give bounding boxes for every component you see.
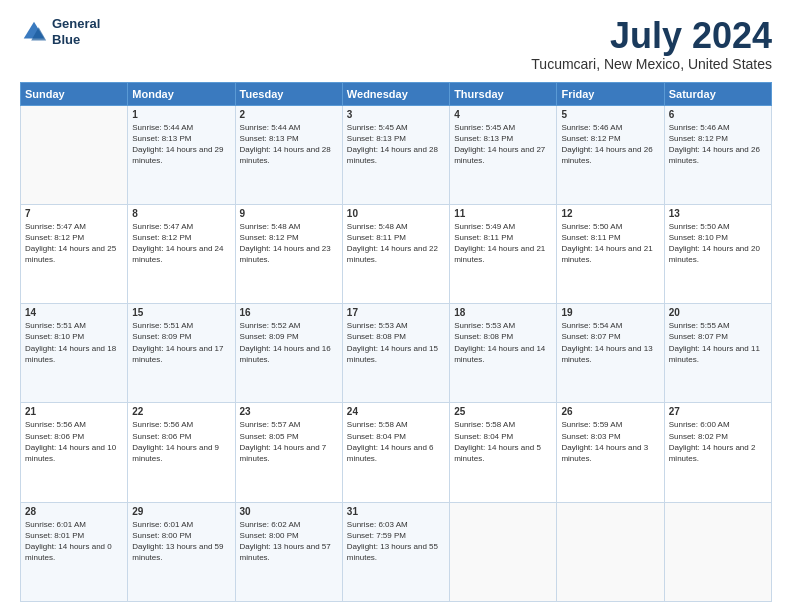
- main-title: July 2024: [531, 16, 772, 56]
- day-number: 11: [454, 208, 552, 219]
- sunset: Sunset: 8:02 PM: [669, 432, 728, 441]
- sunrise: Sunrise: 5:44 AM: [132, 123, 193, 132]
- sunset: Sunset: 8:08 PM: [347, 332, 406, 341]
- calendar-cell: 11 Sunrise: 5:49 AM Sunset: 8:11 PM Dayl…: [450, 204, 557, 303]
- day-number: 5: [561, 109, 659, 120]
- sunrise: Sunrise: 6:01 AM: [132, 520, 193, 529]
- subtitle: Tucumcari, New Mexico, United States: [531, 56, 772, 72]
- day-number: 26: [561, 406, 659, 417]
- calendar-body: 1 Sunrise: 5:44 AM Sunset: 8:13 PM Dayli…: [21, 105, 772, 601]
- sunset: Sunset: 7:59 PM: [347, 531, 406, 540]
- logo-icon: [20, 18, 48, 46]
- day-number: 17: [347, 307, 445, 318]
- day-number: 12: [561, 208, 659, 219]
- sunrise: Sunrise: 5:52 AM: [240, 321, 301, 330]
- sunset: Sunset: 8:12 PM: [561, 134, 620, 143]
- day-info: Sunrise: 5:57 AM Sunset: 8:05 PM Dayligh…: [240, 419, 338, 464]
- sunset: Sunset: 8:08 PM: [454, 332, 513, 341]
- week-row-1: 7 Sunrise: 5:47 AM Sunset: 8:12 PM Dayli…: [21, 204, 772, 303]
- col-sunday: Sunday: [21, 82, 128, 105]
- day-info: Sunrise: 5:53 AM Sunset: 8:08 PM Dayligh…: [454, 320, 552, 365]
- calendar-cell: 24 Sunrise: 5:58 AM Sunset: 8:04 PM Dayl…: [342, 403, 449, 502]
- day-number: 27: [669, 406, 767, 417]
- day-info: Sunrise: 5:58 AM Sunset: 8:04 PM Dayligh…: [347, 419, 445, 464]
- day-info: Sunrise: 5:49 AM Sunset: 8:11 PM Dayligh…: [454, 221, 552, 266]
- daylight: Daylight: 14 hours and 17 minutes.: [132, 344, 223, 364]
- day-number: 21: [25, 406, 123, 417]
- col-friday: Friday: [557, 82, 664, 105]
- logo-line1: General: [52, 16, 100, 32]
- calendar-cell: [21, 105, 128, 204]
- sunrise: Sunrise: 5:55 AM: [669, 321, 730, 330]
- sunrise: Sunrise: 6:01 AM: [25, 520, 86, 529]
- calendar-cell: 5 Sunrise: 5:46 AM Sunset: 8:12 PM Dayli…: [557, 105, 664, 204]
- day-info: Sunrise: 5:46 AM Sunset: 8:12 PM Dayligh…: [669, 122, 767, 167]
- calendar-cell: 15 Sunrise: 5:51 AM Sunset: 8:09 PM Dayl…: [128, 304, 235, 403]
- day-info: Sunrise: 5:53 AM Sunset: 8:08 PM Dayligh…: [347, 320, 445, 365]
- daylight: Daylight: 14 hours and 20 minutes.: [669, 244, 760, 264]
- calendar-cell: 31 Sunrise: 6:03 AM Sunset: 7:59 PM Dayl…: [342, 502, 449, 601]
- sunset: Sunset: 8:03 PM: [561, 432, 620, 441]
- daylight: Daylight: 13 hours and 57 minutes.: [240, 542, 331, 562]
- day-info: Sunrise: 5:55 AM Sunset: 8:07 PM Dayligh…: [669, 320, 767, 365]
- day-number: 4: [454, 109, 552, 120]
- sunset: Sunset: 8:07 PM: [669, 332, 728, 341]
- daylight: Daylight: 14 hours and 28 minutes.: [240, 145, 331, 165]
- calendar-cell: 19 Sunrise: 5:54 AM Sunset: 8:07 PM Dayl…: [557, 304, 664, 403]
- sunrise: Sunrise: 5:44 AM: [240, 123, 301, 132]
- sunrise: Sunrise: 5:45 AM: [347, 123, 408, 132]
- calendar-cell: 16 Sunrise: 5:52 AM Sunset: 8:09 PM Dayl…: [235, 304, 342, 403]
- daylight: Daylight: 14 hours and 23 minutes.: [240, 244, 331, 264]
- day-number: 31: [347, 506, 445, 517]
- daylight: Daylight: 14 hours and 22 minutes.: [347, 244, 438, 264]
- sunset: Sunset: 8:11 PM: [347, 233, 406, 242]
- day-number: 2: [240, 109, 338, 120]
- day-number: 28: [25, 506, 123, 517]
- day-info: Sunrise: 5:56 AM Sunset: 8:06 PM Dayligh…: [25, 419, 123, 464]
- daylight: Daylight: 14 hours and 27 minutes.: [454, 145, 545, 165]
- sunset: Sunset: 8:12 PM: [240, 233, 299, 242]
- day-info: Sunrise: 6:01 AM Sunset: 8:01 PM Dayligh…: [25, 519, 123, 564]
- sunrise: Sunrise: 5:49 AM: [454, 222, 515, 231]
- sunset: Sunset: 8:05 PM: [240, 432, 299, 441]
- day-number: 25: [454, 406, 552, 417]
- daylight: Daylight: 14 hours and 18 minutes.: [25, 344, 116, 364]
- day-info: Sunrise: 5:48 AM Sunset: 8:12 PM Dayligh…: [240, 221, 338, 266]
- sunset: Sunset: 8:07 PM: [561, 332, 620, 341]
- daylight: Daylight: 13 hours and 59 minutes.: [132, 542, 223, 562]
- calendar-cell: 10 Sunrise: 5:48 AM Sunset: 8:11 PM Dayl…: [342, 204, 449, 303]
- daylight: Daylight: 14 hours and 0 minutes.: [25, 542, 112, 562]
- calendar-cell: 22 Sunrise: 5:56 AM Sunset: 8:06 PM Dayl…: [128, 403, 235, 502]
- day-number: 23: [240, 406, 338, 417]
- sunrise: Sunrise: 5:47 AM: [132, 222, 193, 231]
- calendar-cell: 14 Sunrise: 5:51 AM Sunset: 8:10 PM Dayl…: [21, 304, 128, 403]
- sunrise: Sunrise: 5:58 AM: [454, 420, 515, 429]
- day-info: Sunrise: 6:00 AM Sunset: 8:02 PM Dayligh…: [669, 419, 767, 464]
- calendar-cell: 4 Sunrise: 5:45 AM Sunset: 8:13 PM Dayli…: [450, 105, 557, 204]
- sunrise: Sunrise: 5:46 AM: [669, 123, 730, 132]
- sunset: Sunset: 8:10 PM: [25, 332, 84, 341]
- sunrise: Sunrise: 5:48 AM: [347, 222, 408, 231]
- sunrise: Sunrise: 5:53 AM: [347, 321, 408, 330]
- daylight: Daylight: 13 hours and 55 minutes.: [347, 542, 438, 562]
- calendar-cell: 26 Sunrise: 5:59 AM Sunset: 8:03 PM Dayl…: [557, 403, 664, 502]
- header: General Blue July 2024 Tucumcari, New Me…: [20, 16, 772, 72]
- calendar-cell: 7 Sunrise: 5:47 AM Sunset: 8:12 PM Dayli…: [21, 204, 128, 303]
- sunset: Sunset: 8:12 PM: [669, 134, 728, 143]
- day-info: Sunrise: 6:03 AM Sunset: 7:59 PM Dayligh…: [347, 519, 445, 564]
- daylight: Daylight: 14 hours and 21 minutes.: [454, 244, 545, 264]
- day-info: Sunrise: 5:47 AM Sunset: 8:12 PM Dayligh…: [25, 221, 123, 266]
- col-thursday: Thursday: [450, 82, 557, 105]
- sunrise: Sunrise: 5:56 AM: [132, 420, 193, 429]
- day-number: 7: [25, 208, 123, 219]
- daylight: Daylight: 14 hours and 29 minutes.: [132, 145, 223, 165]
- day-number: 15: [132, 307, 230, 318]
- sunrise: Sunrise: 5:50 AM: [669, 222, 730, 231]
- day-info: Sunrise: 5:45 AM Sunset: 8:13 PM Dayligh…: [454, 122, 552, 167]
- sunset: Sunset: 8:13 PM: [347, 134, 406, 143]
- sunset: Sunset: 8:00 PM: [240, 531, 299, 540]
- sunrise: Sunrise: 5:46 AM: [561, 123, 622, 132]
- header-row: Sunday Monday Tuesday Wednesday Thursday…: [21, 82, 772, 105]
- calendar-cell: 23 Sunrise: 5:57 AM Sunset: 8:05 PM Dayl…: [235, 403, 342, 502]
- day-info: Sunrise: 5:56 AM Sunset: 8:06 PM Dayligh…: [132, 419, 230, 464]
